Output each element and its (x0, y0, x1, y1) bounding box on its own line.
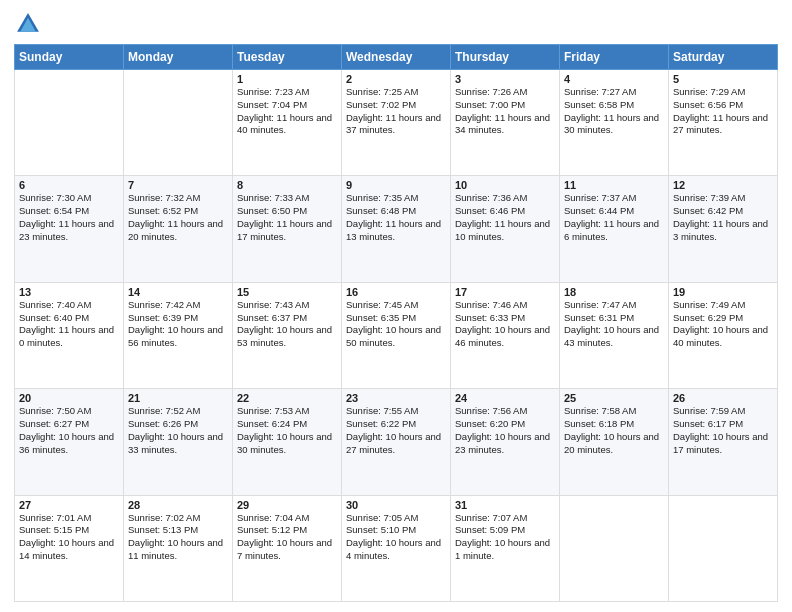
calendar-week-row: 20Sunrise: 7:50 AM Sunset: 6:27 PM Dayli… (15, 389, 778, 495)
calendar-week-row: 27Sunrise: 7:01 AM Sunset: 5:15 PM Dayli… (15, 495, 778, 601)
day-info: Sunrise: 7:01 AM Sunset: 5:15 PM Dayligh… (19, 512, 119, 563)
weekday-header: Thursday (451, 45, 560, 70)
day-info: Sunrise: 7:27 AM Sunset: 6:58 PM Dayligh… (564, 86, 664, 137)
weekday-header: Tuesday (233, 45, 342, 70)
calendar-cell: 5Sunrise: 7:29 AM Sunset: 6:56 PM Daylig… (669, 70, 778, 176)
calendar-cell: 9Sunrise: 7:35 AM Sunset: 6:48 PM Daylig… (342, 176, 451, 282)
header (14, 10, 778, 38)
day-number: 27 (19, 499, 119, 511)
calendar-cell: 1Sunrise: 7:23 AM Sunset: 7:04 PM Daylig… (233, 70, 342, 176)
day-info: Sunrise: 7:42 AM Sunset: 6:39 PM Dayligh… (128, 299, 228, 350)
day-info: Sunrise: 7:02 AM Sunset: 5:13 PM Dayligh… (128, 512, 228, 563)
day-info: Sunrise: 7:36 AM Sunset: 6:46 PM Dayligh… (455, 192, 555, 243)
day-info: Sunrise: 7:56 AM Sunset: 6:20 PM Dayligh… (455, 405, 555, 456)
day-number: 15 (237, 286, 337, 298)
day-info: Sunrise: 7:29 AM Sunset: 6:56 PM Dayligh… (673, 86, 773, 137)
calendar-cell: 30Sunrise: 7:05 AM Sunset: 5:10 PM Dayli… (342, 495, 451, 601)
day-info: Sunrise: 7:05 AM Sunset: 5:10 PM Dayligh… (346, 512, 446, 563)
calendar-cell: 3Sunrise: 7:26 AM Sunset: 7:00 PM Daylig… (451, 70, 560, 176)
calendar: SundayMondayTuesdayWednesdayThursdayFrid… (14, 44, 778, 602)
calendar-cell: 15Sunrise: 7:43 AM Sunset: 6:37 PM Dayli… (233, 282, 342, 388)
day-number: 23 (346, 392, 446, 404)
calendar-cell: 28Sunrise: 7:02 AM Sunset: 5:13 PM Dayli… (124, 495, 233, 601)
day-number: 21 (128, 392, 228, 404)
day-info: Sunrise: 7:47 AM Sunset: 6:31 PM Dayligh… (564, 299, 664, 350)
weekday-header: Friday (560, 45, 669, 70)
day-number: 30 (346, 499, 446, 511)
day-info: Sunrise: 7:43 AM Sunset: 6:37 PM Dayligh… (237, 299, 337, 350)
calendar-cell: 31Sunrise: 7:07 AM Sunset: 5:09 PM Dayli… (451, 495, 560, 601)
day-number: 2 (346, 73, 446, 85)
day-info: Sunrise: 7:53 AM Sunset: 6:24 PM Dayligh… (237, 405, 337, 456)
calendar-cell: 12Sunrise: 7:39 AM Sunset: 6:42 PM Dayli… (669, 176, 778, 282)
calendar-cell: 14Sunrise: 7:42 AM Sunset: 6:39 PM Dayli… (124, 282, 233, 388)
day-number: 12 (673, 179, 773, 191)
day-info: Sunrise: 7:59 AM Sunset: 6:17 PM Dayligh… (673, 405, 773, 456)
day-number: 17 (455, 286, 555, 298)
day-number: 5 (673, 73, 773, 85)
day-info: Sunrise: 7:32 AM Sunset: 6:52 PM Dayligh… (128, 192, 228, 243)
day-number: 10 (455, 179, 555, 191)
day-info: Sunrise: 7:23 AM Sunset: 7:04 PM Dayligh… (237, 86, 337, 137)
calendar-cell: 26Sunrise: 7:59 AM Sunset: 6:17 PM Dayli… (669, 389, 778, 495)
day-info: Sunrise: 7:33 AM Sunset: 6:50 PM Dayligh… (237, 192, 337, 243)
calendar-cell: 16Sunrise: 7:45 AM Sunset: 6:35 PM Dayli… (342, 282, 451, 388)
calendar-cell: 27Sunrise: 7:01 AM Sunset: 5:15 PM Dayli… (15, 495, 124, 601)
day-number: 31 (455, 499, 555, 511)
day-number: 6 (19, 179, 119, 191)
day-number: 22 (237, 392, 337, 404)
day-info: Sunrise: 7:52 AM Sunset: 6:26 PM Dayligh… (128, 405, 228, 456)
day-info: Sunrise: 7:45 AM Sunset: 6:35 PM Dayligh… (346, 299, 446, 350)
day-number: 7 (128, 179, 228, 191)
day-number: 4 (564, 73, 664, 85)
day-number: 11 (564, 179, 664, 191)
day-info: Sunrise: 7:25 AM Sunset: 7:02 PM Dayligh… (346, 86, 446, 137)
calendar-cell: 22Sunrise: 7:53 AM Sunset: 6:24 PM Dayli… (233, 389, 342, 495)
calendar-cell: 11Sunrise: 7:37 AM Sunset: 6:44 PM Dayli… (560, 176, 669, 282)
calendar-cell (560, 495, 669, 601)
calendar-cell (669, 495, 778, 601)
day-info: Sunrise: 7:37 AM Sunset: 6:44 PM Dayligh… (564, 192, 664, 243)
weekday-header: Monday (124, 45, 233, 70)
calendar-cell (124, 70, 233, 176)
calendar-cell: 25Sunrise: 7:58 AM Sunset: 6:18 PM Dayli… (560, 389, 669, 495)
day-number: 3 (455, 73, 555, 85)
day-number: 20 (19, 392, 119, 404)
calendar-header-row: SundayMondayTuesdayWednesdayThursdayFrid… (15, 45, 778, 70)
calendar-week-row: 1Sunrise: 7:23 AM Sunset: 7:04 PM Daylig… (15, 70, 778, 176)
day-number: 18 (564, 286, 664, 298)
generalblue-logo-icon (14, 10, 42, 38)
day-info: Sunrise: 7:26 AM Sunset: 7:00 PM Dayligh… (455, 86, 555, 137)
day-info: Sunrise: 7:04 AM Sunset: 5:12 PM Dayligh… (237, 512, 337, 563)
day-number: 26 (673, 392, 773, 404)
calendar-cell: 4Sunrise: 7:27 AM Sunset: 6:58 PM Daylig… (560, 70, 669, 176)
calendar-cell: 20Sunrise: 7:50 AM Sunset: 6:27 PM Dayli… (15, 389, 124, 495)
day-info: Sunrise: 7:39 AM Sunset: 6:42 PM Dayligh… (673, 192, 773, 243)
day-info: Sunrise: 7:07 AM Sunset: 5:09 PM Dayligh… (455, 512, 555, 563)
day-number: 1 (237, 73, 337, 85)
day-number: 28 (128, 499, 228, 511)
calendar-cell: 21Sunrise: 7:52 AM Sunset: 6:26 PM Dayli… (124, 389, 233, 495)
calendar-cell: 29Sunrise: 7:04 AM Sunset: 5:12 PM Dayli… (233, 495, 342, 601)
day-number: 8 (237, 179, 337, 191)
calendar-week-row: 13Sunrise: 7:40 AM Sunset: 6:40 PM Dayli… (15, 282, 778, 388)
day-number: 13 (19, 286, 119, 298)
day-number: 14 (128, 286, 228, 298)
day-info: Sunrise: 7:55 AM Sunset: 6:22 PM Dayligh… (346, 405, 446, 456)
day-number: 19 (673, 286, 773, 298)
calendar-cell: 2Sunrise: 7:25 AM Sunset: 7:02 PM Daylig… (342, 70, 451, 176)
weekday-header: Saturday (669, 45, 778, 70)
day-info: Sunrise: 7:46 AM Sunset: 6:33 PM Dayligh… (455, 299, 555, 350)
calendar-cell: 17Sunrise: 7:46 AM Sunset: 6:33 PM Dayli… (451, 282, 560, 388)
day-number: 9 (346, 179, 446, 191)
calendar-cell: 19Sunrise: 7:49 AM Sunset: 6:29 PM Dayli… (669, 282, 778, 388)
calendar-cell: 24Sunrise: 7:56 AM Sunset: 6:20 PM Dayli… (451, 389, 560, 495)
day-info: Sunrise: 7:49 AM Sunset: 6:29 PM Dayligh… (673, 299, 773, 350)
day-number: 16 (346, 286, 446, 298)
calendar-cell (15, 70, 124, 176)
calendar-week-row: 6Sunrise: 7:30 AM Sunset: 6:54 PM Daylig… (15, 176, 778, 282)
day-info: Sunrise: 7:30 AM Sunset: 6:54 PM Dayligh… (19, 192, 119, 243)
day-number: 25 (564, 392, 664, 404)
calendar-cell: 18Sunrise: 7:47 AM Sunset: 6:31 PM Dayli… (560, 282, 669, 388)
logo (14, 10, 46, 38)
